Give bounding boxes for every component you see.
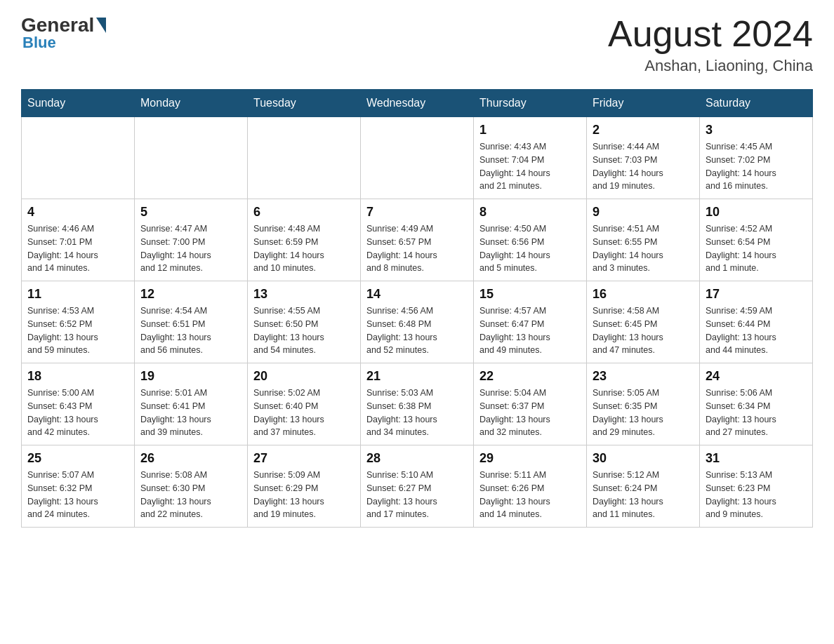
calendar-week-row: 4Sunrise: 4:46 AM Sunset: 7:01 PM Daylig… (22, 199, 813, 281)
calendar-cell: 6Sunrise: 4:48 AM Sunset: 6:59 PM Daylig… (248, 199, 361, 281)
day-number: 19 (140, 369, 241, 384)
day-number: 23 (593, 369, 694, 384)
sun-info: Sunrise: 5:05 AM Sunset: 6:35 PM Dayligh… (593, 387, 694, 439)
sun-info: Sunrise: 5:02 AM Sunset: 6:40 PM Dayligh… (253, 387, 355, 439)
sun-info: Sunrise: 5:04 AM Sunset: 6:37 PM Dayligh… (479, 387, 581, 439)
logo: General Blue (21, 14, 107, 52)
day-number: 14 (366, 287, 468, 302)
day-number: 30 (593, 451, 694, 466)
calendar-cell (248, 117, 361, 199)
calendar-cell: 14Sunrise: 4:56 AM Sunset: 6:48 PM Dayli… (361, 281, 474, 363)
day-number: 6 (253, 205, 355, 220)
day-number: 17 (706, 287, 807, 302)
day-number: 1 (479, 123, 581, 137)
calendar-cell: 31Sunrise: 5:13 AM Sunset: 6:23 PM Dayli… (700, 445, 813, 528)
sun-info: Sunrise: 4:58 AM Sunset: 6:45 PM Dayligh… (593, 304, 694, 357)
calendar-cell: 4Sunrise: 4:46 AM Sunset: 7:01 PM Daylig… (22, 199, 135, 281)
sun-info: Sunrise: 4:43 AM Sunset: 7:04 PM Dayligh… (479, 140, 581, 193)
day-number: 8 (479, 205, 581, 220)
weekday-header-tuesday: Tuesday (248, 90, 361, 117)
calendar-cell: 29Sunrise: 5:11 AM Sunset: 6:26 PM Dayli… (474, 445, 587, 528)
day-number: 24 (706, 369, 807, 384)
day-number: 15 (479, 287, 581, 302)
sun-info: Sunrise: 5:08 AM Sunset: 6:30 PM Dayligh… (140, 469, 241, 521)
calendar-cell: 16Sunrise: 4:58 AM Sunset: 6:45 PM Dayli… (587, 281, 700, 363)
day-number: 4 (27, 205, 128, 220)
sun-info: Sunrise: 4:54 AM Sunset: 6:51 PM Dayligh… (140, 304, 241, 357)
sun-info: Sunrise: 4:44 AM Sunset: 7:03 PM Dayligh… (593, 140, 694, 193)
calendar-cell: 20Sunrise: 5:02 AM Sunset: 6:40 PM Dayli… (248, 363, 361, 445)
day-number: 18 (27, 369, 128, 384)
sun-info: Sunrise: 4:52 AM Sunset: 6:54 PM Dayligh… (706, 222, 807, 275)
day-number: 2 (593, 123, 694, 137)
calendar-cell: 2Sunrise: 4:44 AM Sunset: 7:03 PM Daylig… (587, 117, 700, 199)
day-number: 3 (706, 123, 807, 137)
day-number: 20 (253, 369, 355, 384)
weekday-header-thursday: Thursday (474, 90, 587, 117)
calendar-week-row: 11Sunrise: 4:53 AM Sunset: 6:52 PM Dayli… (22, 281, 813, 363)
calendar-cell: 17Sunrise: 4:59 AM Sunset: 6:44 PM Dayli… (700, 281, 813, 363)
calendar-cell: 13Sunrise: 4:55 AM Sunset: 6:50 PM Dayli… (248, 281, 361, 363)
calendar-cell: 27Sunrise: 5:09 AM Sunset: 6:29 PM Dayli… (248, 445, 361, 528)
calendar-week-row: 25Sunrise: 5:07 AM Sunset: 6:32 PM Dayli… (22, 445, 813, 528)
day-number: 12 (140, 287, 241, 302)
calendar-cell (22, 117, 135, 199)
calendar-cell: 9Sunrise: 4:51 AM Sunset: 6:55 PM Daylig… (587, 199, 700, 281)
day-number: 26 (140, 451, 241, 466)
sun-info: Sunrise: 4:46 AM Sunset: 7:01 PM Dayligh… (27, 222, 128, 275)
sun-info: Sunrise: 4:55 AM Sunset: 6:50 PM Dayligh… (253, 304, 355, 357)
calendar-cell: 28Sunrise: 5:10 AM Sunset: 6:27 PM Dayli… (361, 445, 474, 528)
title-block: August 2024 Anshan, Liaoning, China (608, 14, 813, 75)
day-number: 11 (27, 287, 128, 302)
sun-info: Sunrise: 4:59 AM Sunset: 6:44 PM Dayligh… (706, 304, 807, 357)
calendar-cell: 3Sunrise: 4:45 AM Sunset: 7:02 PM Daylig… (700, 117, 813, 199)
page-header: General Blue August 2024 Anshan, Liaonin… (21, 14, 813, 75)
weekday-header-friday: Friday (587, 90, 700, 117)
sun-info: Sunrise: 4:47 AM Sunset: 7:00 PM Dayligh… (140, 222, 241, 275)
sun-info: Sunrise: 5:13 AM Sunset: 6:23 PM Dayligh… (706, 469, 807, 521)
day-number: 29 (479, 451, 581, 466)
day-number: 10 (706, 205, 807, 220)
day-number: 5 (140, 205, 241, 220)
calendar-cell: 10Sunrise: 4:52 AM Sunset: 6:54 PM Dayli… (700, 199, 813, 281)
calendar-cell: 22Sunrise: 5:04 AM Sunset: 6:37 PM Dayli… (474, 363, 587, 445)
sun-info: Sunrise: 5:10 AM Sunset: 6:27 PM Dayligh… (366, 469, 468, 521)
day-number: 31 (706, 451, 807, 466)
calendar-cell (135, 117, 248, 199)
sun-info: Sunrise: 4:48 AM Sunset: 6:59 PM Dayligh… (253, 222, 355, 275)
logo-blue-text: Blue (22, 34, 56, 52)
day-number: 9 (593, 205, 694, 220)
day-number: 7 (366, 205, 468, 220)
calendar-cell: 5Sunrise: 4:47 AM Sunset: 7:00 PM Daylig… (135, 199, 248, 281)
calendar-cell: 19Sunrise: 5:01 AM Sunset: 6:41 PM Dayli… (135, 363, 248, 445)
calendar-cell: 8Sunrise: 4:50 AM Sunset: 6:56 PM Daylig… (474, 199, 587, 281)
sun-info: Sunrise: 5:11 AM Sunset: 6:26 PM Dayligh… (479, 469, 581, 521)
sun-info: Sunrise: 5:12 AM Sunset: 6:24 PM Dayligh… (593, 469, 694, 521)
calendar-cell: 25Sunrise: 5:07 AM Sunset: 6:32 PM Dayli… (22, 445, 135, 528)
weekday-header-sunday: Sunday (22, 90, 135, 117)
weekday-header-saturday: Saturday (700, 90, 813, 117)
sun-info: Sunrise: 5:07 AM Sunset: 6:32 PM Dayligh… (27, 469, 128, 521)
sun-info: Sunrise: 5:06 AM Sunset: 6:34 PM Dayligh… (706, 387, 807, 439)
sun-info: Sunrise: 5:01 AM Sunset: 6:41 PM Dayligh… (140, 387, 241, 439)
month-title: August 2024 (608, 14, 813, 54)
day-number: 25 (27, 451, 128, 466)
calendar-cell: 30Sunrise: 5:12 AM Sunset: 6:24 PM Dayli… (587, 445, 700, 528)
sun-info: Sunrise: 5:00 AM Sunset: 6:43 PM Dayligh… (27, 387, 128, 439)
sun-info: Sunrise: 4:49 AM Sunset: 6:57 PM Dayligh… (366, 222, 468, 275)
sun-info: Sunrise: 4:50 AM Sunset: 6:56 PM Dayligh… (479, 222, 581, 275)
calendar-cell: 15Sunrise: 4:57 AM Sunset: 6:47 PM Dayli… (474, 281, 587, 363)
calendar-cell: 7Sunrise: 4:49 AM Sunset: 6:57 PM Daylig… (361, 199, 474, 281)
day-number: 28 (366, 451, 468, 466)
weekday-header-monday: Monday (135, 90, 248, 117)
calendar-table: SundayMondayTuesdayWednesdayThursdayFrid… (21, 89, 813, 528)
calendar-cell: 12Sunrise: 4:54 AM Sunset: 6:51 PM Dayli… (135, 281, 248, 363)
weekday-header-row: SundayMondayTuesdayWednesdayThursdayFrid… (22, 90, 813, 117)
calendar-week-row: 1Sunrise: 4:43 AM Sunset: 7:04 PM Daylig… (22, 117, 813, 199)
weekday-header-wednesday: Wednesday (361, 90, 474, 117)
calendar-cell: 1Sunrise: 4:43 AM Sunset: 7:04 PM Daylig… (474, 117, 587, 199)
calendar-cell: 23Sunrise: 5:05 AM Sunset: 6:35 PM Dayli… (587, 363, 700, 445)
sun-info: Sunrise: 4:53 AM Sunset: 6:52 PM Dayligh… (27, 304, 128, 357)
calendar-cell: 26Sunrise: 5:08 AM Sunset: 6:30 PM Dayli… (135, 445, 248, 528)
day-number: 22 (479, 369, 581, 384)
